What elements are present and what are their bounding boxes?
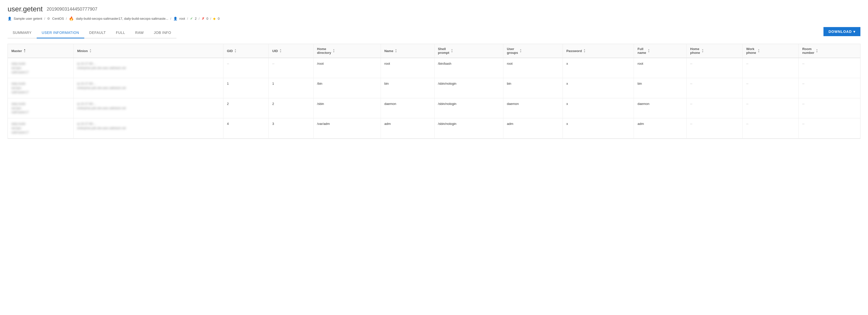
table-cell: /sbin/nologin	[434, 98, 503, 118]
table-cell: --	[687, 78, 742, 98]
table-cell: --	[799, 78, 860, 98]
col-full-name[interactable]: Fullname ▲▼	[634, 44, 687, 58]
sort-password[interactable]: ▲▼	[583, 48, 586, 53]
table-cell: adm	[634, 118, 687, 138]
col-user-groups[interactable]: Usergroups ▲▼	[503, 44, 563, 58]
download-button[interactable]: DOWNLOAD ▾	[824, 27, 860, 36]
col-shell-prompt[interactable]: Shellprompt ▲▼	[434, 44, 503, 58]
col-name[interactable]: Name ▲▼	[381, 44, 434, 58]
tab-bar: SUMMARY USER INFORMATION DEFAULT FULL RA…	[8, 28, 176, 38]
table-cell: /sbin/nologin	[434, 78, 503, 98]
table-cell: --	[742, 78, 798, 98]
sep5: /	[199, 17, 200, 21]
table-row: daily-build-secops-saltmaster17ip-10-27-…	[8, 118, 860, 138]
table-cell: /bin	[313, 78, 381, 98]
table-cell: adm	[381, 118, 434, 138]
table-cell: ip-10-27-80-...enterprise.pds.dev.aws.sa…	[74, 98, 223, 118]
tab-default[interactable]: DEFAULT	[84, 28, 111, 38]
col-minion[interactable]: Minion ▲▼	[74, 44, 223, 58]
sep4: /	[187, 17, 188, 21]
table-cell: daemon	[381, 98, 434, 118]
sort-home-directory[interactable]: ▲▼	[333, 48, 335, 53]
table-cell: --	[687, 98, 742, 118]
table-cell: --	[799, 58, 860, 78]
table-cell: /sbin	[313, 98, 381, 118]
table-cell: bin	[381, 78, 434, 98]
os-icon: ⚙	[47, 17, 50, 21]
col-gid[interactable]: GID ▲▼	[223, 44, 269, 58]
sort-name[interactable]: ▲▼	[395, 48, 397, 53]
breadcrumb-sample: Sample user getent	[14, 17, 42, 21]
table-cell: daily-build-secops-saltmaster17	[8, 118, 74, 138]
sort-gid[interactable]: ▲▼	[234, 48, 237, 53]
table-cell: daily-build-secops-saltmaster17	[8, 78, 74, 98]
table-cell: daily-build-secops-saltmaster17	[8, 98, 74, 118]
diamond-count: 0	[218, 17, 219, 21]
sep6: /	[210, 17, 211, 21]
sort-shell-prompt[interactable]: ▲▼	[451, 48, 453, 53]
tab-user-information[interactable]: USER INFORMATION	[37, 28, 84, 38]
breadcrumb-minion: daily-build-secops-saltmaster17, daily-b…	[76, 17, 168, 21]
table-row: daily-build-secops-saltmaster17ip-10-27-…	[8, 58, 860, 78]
col-uid[interactable]: UID ▲▼	[269, 44, 313, 58]
table-cell: x	[563, 78, 634, 98]
sort-uid[interactable]: ▲▼	[279, 48, 282, 53]
table-cell: bin	[503, 78, 563, 98]
col-room-number[interactable]: Roomnumber ▲▼	[799, 44, 860, 58]
table-cell: 1	[223, 78, 269, 98]
col-home-directory[interactable]: Homedirectory ▲▼	[313, 44, 381, 58]
tab-job-info[interactable]: JOB INFO	[149, 28, 176, 38]
table-cell: /var/adm	[313, 118, 381, 138]
sort-minion[interactable]: ▲▼	[89, 48, 92, 53]
breadcrumb-user: root	[179, 17, 185, 21]
person-icon: 👤	[8, 17, 12, 21]
user-icon: 👤	[173, 17, 177, 21]
table-cell: root	[634, 58, 687, 78]
table-cell: 1	[269, 78, 313, 98]
sort-master[interactable]: ▲ ▼	[24, 48, 26, 53]
col-home-phone[interactable]: Homephone ▲▼	[687, 44, 742, 58]
tab-summary[interactable]: SUMMARY	[8, 28, 37, 38]
flame-icon: 🔥	[69, 16, 74, 21]
dropdown-icon: ▾	[853, 30, 855, 34]
table-cell: bin	[634, 78, 687, 98]
table-cell: 4	[223, 118, 269, 138]
job-id: 20190903144450777907	[47, 7, 97, 12]
table-cell: --	[799, 118, 860, 138]
breadcrumb-os: CentOS	[52, 17, 64, 21]
table-row: daily-build-secops-saltmaster17ip-10-27-…	[8, 98, 860, 118]
sep3: /	[170, 17, 171, 21]
table-cell: 2	[269, 98, 313, 118]
sort-home-phone[interactable]: ▲▼	[702, 48, 704, 53]
sort-full-name[interactable]: ▲▼	[648, 48, 650, 53]
table-cell: x	[563, 58, 634, 78]
sort-work-phone[interactable]: ▲▼	[758, 48, 760, 53]
sort-room-number[interactable]: ▲▼	[816, 48, 818, 53]
table-cell: x	[563, 118, 634, 138]
table-cell: ip-10-27-80-...enterprise.pds.dev.aws.sa…	[74, 78, 223, 98]
col-work-phone[interactable]: Workphone ▲▼	[742, 44, 798, 58]
table-cell: --	[687, 58, 742, 78]
table-cell: --	[742, 58, 798, 78]
table-cell: /sbin/nologin	[434, 118, 503, 138]
sort-user-groups[interactable]: ▲▼	[520, 48, 522, 53]
table-cell: 3	[269, 118, 313, 138]
table-cell: --	[269, 58, 313, 78]
tab-raw[interactable]: RAW	[130, 28, 149, 38]
tab-full[interactable]: FULL	[111, 28, 130, 38]
table-cell: --	[742, 118, 798, 138]
table-cell: --	[799, 98, 860, 118]
page-title: user.getent	[8, 5, 43, 13]
col-master[interactable]: Master ▲ ▼	[8, 44, 74, 58]
table-cell: --	[223, 58, 269, 78]
check-count: 2	[195, 17, 197, 21]
cross-icon: ✗	[202, 17, 205, 21]
table-cell: adm	[503, 118, 563, 138]
cross-count: 0	[207, 17, 208, 21]
sep2: /	[66, 17, 67, 21]
data-table: Master ▲ ▼ Minion ▲▼	[8, 44, 860, 139]
col-password[interactable]: Password ▲▼	[563, 44, 634, 58]
table-cell: x	[563, 98, 634, 118]
table-row: daily-build-secops-saltmaster17ip-10-27-…	[8, 78, 860, 98]
table-cell: 2	[223, 98, 269, 118]
